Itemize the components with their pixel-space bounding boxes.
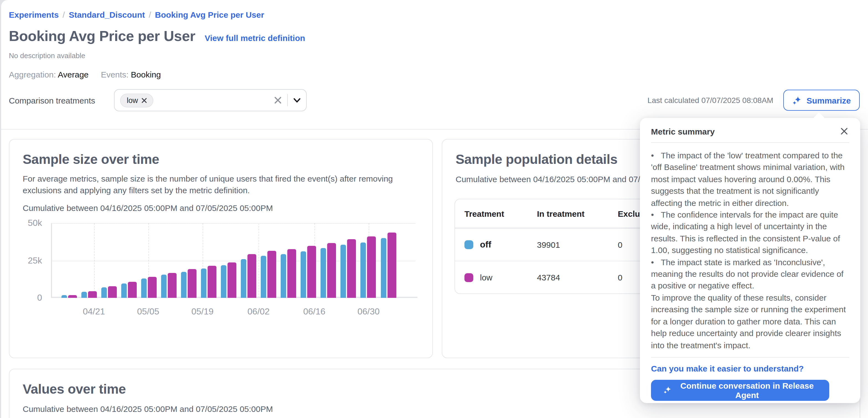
treatment-name: off: [480, 240, 491, 250]
metric-summary-popover: Metric summary • The impact of the 'low'…: [640, 118, 860, 403]
x-axis-tick-label: 06/30: [357, 307, 379, 317]
treatment-chip-label: low: [127, 96, 138, 104]
popover-header-divider: [651, 142, 849, 143]
bar-low[interactable]: [148, 276, 157, 298]
aggregation-value: Average: [58, 70, 89, 79]
treatment-name: low: [480, 273, 492, 282]
in-treatment-value: 43784: [537, 273, 560, 282]
column-header: Treatment: [464, 209, 504, 218]
bar-off[interactable]: [301, 251, 306, 298]
bar-low[interactable]: [168, 273, 177, 298]
in-treatment-value: 39901: [537, 240, 560, 249]
x-axis-tick-label: 06/16: [303, 307, 325, 317]
bar-low[interactable]: [268, 251, 276, 298]
bar-off[interactable]: [321, 248, 326, 298]
bar-low[interactable]: [308, 246, 316, 298]
bar-low[interactable]: [347, 239, 356, 298]
followup-question-link[interactable]: Can you make it easier to understand?: [651, 364, 849, 373]
breadcrumb-item[interactable]: Booking Avg Price per User: [155, 10, 264, 19]
breadcrumb: Experiments/Standard_Discount/Booking Av…: [9, 10, 264, 19]
column-header: In treatment: [537, 209, 585, 218]
values-subtitle: Cumulative between 04/16/2025 05:00PM an…: [23, 404, 846, 414]
h-gridline: [51, 223, 415, 224]
bar-low[interactable]: [108, 286, 117, 298]
bar-off[interactable]: [141, 278, 147, 298]
popover-summary-text: • The impact of the 'low' treatment comp…: [651, 149, 849, 351]
bar-low[interactable]: [227, 262, 237, 298]
breadcrumb-separator: /: [145, 10, 155, 19]
x-axis-tick-label: 05/19: [191, 307, 213, 317]
comparison-treatments-label: Comparison treatments: [9, 95, 114, 105]
select-divider: [287, 94, 288, 106]
bar-off[interactable]: [261, 256, 266, 298]
bar-off[interactable]: [181, 272, 187, 298]
clear-selection-icon[interactable]: [274, 96, 282, 104]
breadcrumb-item[interactable]: Standard_Discount: [69, 10, 145, 19]
summarize-button[interactable]: Summarize: [783, 90, 860, 111]
bar-low[interactable]: [287, 249, 296, 298]
bar-low[interactable]: [208, 266, 216, 298]
close-icon[interactable]: [839, 126, 849, 136]
summary-bullet: • The confidence intervals for the impac…: [651, 209, 849, 256]
bar-low[interactable]: [88, 291, 97, 298]
bar-low[interactable]: [247, 254, 256, 298]
chip-remove-icon[interactable]: [142, 98, 147, 103]
sample-size-title: Sample size over time: [23, 152, 419, 167]
page-title: Booking Avg Price per User: [9, 28, 195, 45]
events-label: Events:: [101, 70, 128, 79]
bar-off[interactable]: [221, 266, 226, 298]
y-axis-line: [51, 223, 52, 298]
bar-low[interactable]: [188, 269, 196, 298]
bar-low[interactable]: [328, 243, 336, 298]
bar-off[interactable]: [101, 287, 106, 298]
popover-title: Metric summary: [651, 126, 715, 136]
y-axis-tick-label: 0: [8, 293, 42, 303]
bar-off[interactable]: [161, 275, 166, 298]
breadcrumb-item[interactable]: Experiments: [9, 10, 59, 19]
bar-off[interactable]: [380, 238, 386, 298]
treatment-swatch: [464, 273, 473, 282]
bar-off[interactable]: [61, 295, 67, 298]
y-axis-tick-label: 50k: [8, 218, 42, 228]
bar-off[interactable]: [341, 245, 346, 298]
sparkles-icon: [663, 386, 672, 395]
summary-bullet: • The impact state is marked as 'Inconcl…: [651, 256, 849, 292]
popover-notch: [813, 112, 825, 124]
excluded-value: 0: [618, 273, 622, 282]
bar-low[interactable]: [367, 236, 376, 298]
description-text: No description available: [9, 52, 85, 60]
sparkles-icon: [792, 95, 802, 105]
summary-paragraph: To improve the quality of these results,…: [651, 292, 849, 351]
view-metric-definition-link[interactable]: View full metric definition: [205, 33, 305, 42]
bar-off[interactable]: [361, 242, 366, 298]
bar-off[interactable]: [121, 284, 126, 298]
summary-bullet: • The impact of the 'low' treatment comp…: [651, 149, 849, 209]
sample-size-card: Sample size over time For average metric…: [9, 139, 433, 358]
last-calculated-text: Last calculated 07/07/2025 08:08AM: [647, 96, 773, 104]
bar-off[interactable]: [241, 259, 246, 298]
bar-low[interactable]: [68, 295, 77, 298]
bar-off[interactable]: [201, 269, 207, 298]
events-value: Booking: [131, 70, 161, 79]
popover-footer-divider: [651, 357, 849, 358]
continue-conversation-button[interactable]: Continue conversation in Release Agent: [651, 380, 829, 401]
bar-low[interactable]: [128, 282, 136, 298]
comparison-treatments-select[interactable]: low: [114, 89, 307, 111]
treatment-swatch: [464, 240, 473, 249]
bar-low[interactable]: [387, 233, 396, 298]
x-axis-tick-label: 06/02: [247, 307, 270, 317]
page: Experiments/Standard_Discount/Booking Av…: [1, 0, 868, 418]
x-axis-tick-label: 05/05: [137, 307, 159, 317]
breadcrumb-separator: /: [59, 10, 69, 19]
x-axis-tick-label: 04/21: [83, 307, 105, 317]
sample-size-bar-chart[interactable]: 025k50k04/2105/0505/1906/0206/1606/30: [51, 223, 415, 298]
bar-off[interactable]: [81, 292, 87, 298]
sample-size-subtitle: Cumulative between 04/16/2025 05:00PM an…: [23, 203, 419, 213]
bar-off[interactable]: [281, 254, 286, 298]
excluded-value: 0: [618, 240, 622, 249]
sample-size-description: For average metrics, sample size is the …: [23, 173, 395, 196]
v-gridline: [258, 223, 259, 298]
chevron-down-icon[interactable]: [293, 98, 301, 103]
y-axis-tick-label: 25k: [8, 256, 42, 266]
treatment-chip[interactable]: low: [120, 93, 154, 107]
